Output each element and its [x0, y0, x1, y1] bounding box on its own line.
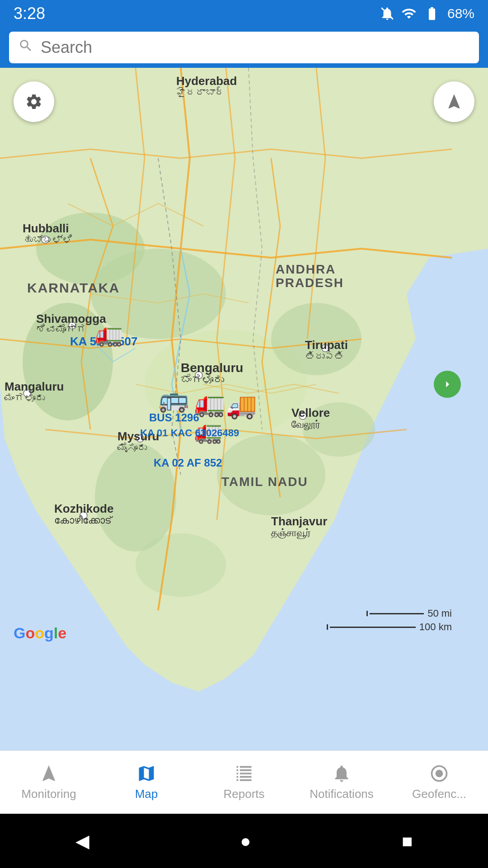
map-container[interactable]: Hubballi ಹುಬ್ಬಳ್ಳಿ Shivamogga ಶಿವಮೊಗ್ಗ M… [0, 68, 488, 782]
search-icon [18, 38, 33, 57]
android-back-button[interactable]: ◀ [75, 830, 89, 851]
vehicle-ka02af852: KA 02 AF 852 [154, 457, 222, 469]
svg-point-8 [217, 434, 325, 515]
vehicle-ka01kac: KA 01 KAC 63026489 [140, 427, 239, 439]
nav-notifications-label: Notifications [310, 787, 374, 801]
mute-icon [380, 6, 395, 21]
bottom-navigation: Monitoring Map Reports Notifications Geo… [0, 750, 488, 814]
settings-button[interactable] [14, 81, 54, 122]
monitoring-icon [39, 764, 59, 783]
nav-map[interactable]: Map [98, 764, 195, 801]
android-recent-button[interactable]: ■ [402, 831, 413, 851]
svg-point-14 [23, 390, 31, 397]
notifications-icon [332, 764, 352, 783]
svg-point-9 [303, 402, 375, 457]
svg-point-17 [322, 344, 329, 352]
truck-bengaluru-2: 🚚 [226, 391, 257, 420]
reports-icon [234, 764, 254, 783]
map-svg [0, 68, 488, 782]
google-logo: Google [14, 624, 66, 642]
status-time: 3:28 [14, 4, 45, 23]
search-inner[interactable] [9, 32, 479, 63]
nav-geofence[interactable]: Geofenc... [390, 764, 488, 801]
svg-point-16 [195, 372, 202, 379]
wifi-icon [401, 6, 417, 21]
geofence-icon [429, 764, 449, 783]
battery-percentage: 68% [447, 6, 474, 21]
svg-point-7 [271, 303, 361, 375]
svg-point-12 [42, 236, 49, 243]
nav-monitoring-label: Monitoring [21, 787, 76, 801]
nav-geofence-label: Geofenc... [412, 787, 466, 801]
svg-point-19 [80, 512, 87, 519]
status-bar: 3:28 68% [0, 0, 488, 27]
map-icon [135, 764, 158, 783]
search-bar [0, 27, 488, 68]
status-icons: 68% [380, 6, 474, 21]
svg-point-5 [23, 303, 113, 420]
battery-icon [423, 6, 441, 21]
map-navigate-button[interactable] [434, 371, 461, 398]
truck-ka51c507: 🚛 [95, 321, 123, 347]
nav-monitoring[interactable]: Monitoring [0, 764, 98, 801]
nav-reports[interactable]: Reports [195, 764, 293, 801]
svg-point-13 [69, 322, 76, 329]
svg-point-18 [299, 412, 306, 420]
nav-reports-label: Reports [223, 787, 264, 801]
location-button[interactable] [434, 81, 474, 122]
nav-map-label: Map [135, 787, 158, 801]
android-home-button[interactable]: ● [240, 831, 251, 851]
android-navigation-bar: ◀ ● ■ [0, 814, 488, 868]
bus-1296-icon: 🚌 [158, 384, 189, 414]
scale-bar: 50 mi 100 km [327, 608, 452, 633]
vehicle-bus1296: BUS 1296 [149, 411, 199, 424]
search-input[interactable] [41, 38, 470, 57]
nav-notifications[interactable]: Notifications [293, 764, 390, 801]
